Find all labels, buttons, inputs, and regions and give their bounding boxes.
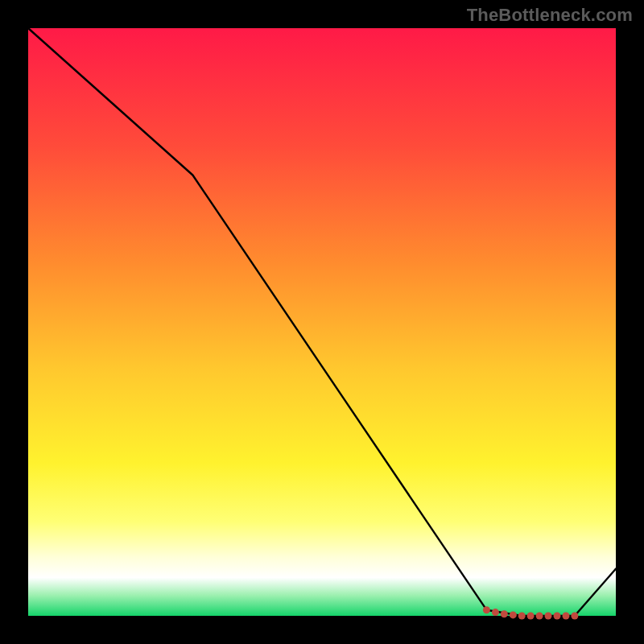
bottleneck-chart <box>0 0 644 644</box>
chart-marker <box>492 609 499 616</box>
chart-marker <box>527 613 535 620</box>
chart-frame: TheBottleneck.com <box>0 0 644 644</box>
chart-marker <box>510 611 517 618</box>
chart-marker <box>518 613 526 620</box>
chart-marker <box>554 613 561 620</box>
chart-marker <box>483 606 490 613</box>
chart-marker <box>536 613 543 620</box>
chart-marker <box>563 613 570 620</box>
plot-background <box>28 28 616 616</box>
chart-marker <box>545 613 552 620</box>
chart-marker <box>571 613 578 620</box>
chart-marker <box>501 610 508 617</box>
